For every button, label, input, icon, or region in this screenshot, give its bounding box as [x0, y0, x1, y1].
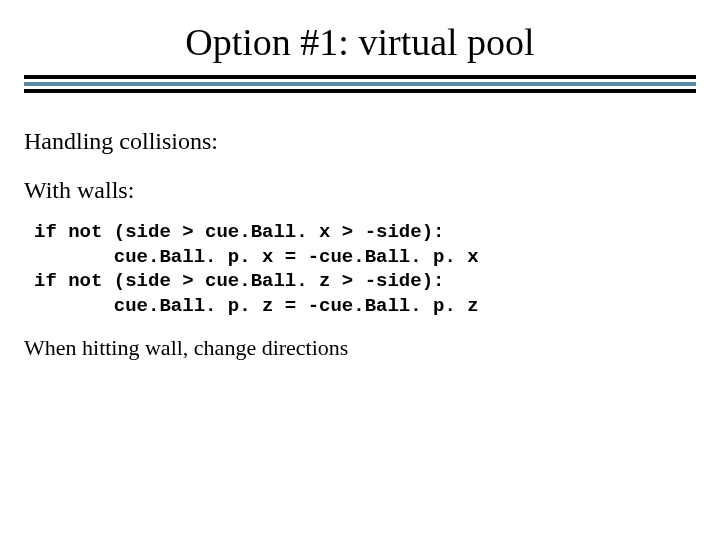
rule-bar: [24, 82, 696, 86]
slide: Option #1: virtual pool Handling collisi…: [0, 0, 720, 540]
code-line: cue.Ball. p. z = -cue.Ball. p. z: [34, 295, 479, 317]
code-line: if not (side > cue.Ball. z > -side):: [34, 270, 444, 292]
code-line: cue.Ball. p. x = -cue.Ball. p. x: [34, 246, 479, 268]
code-block: if not (side > cue.Ball. x > -side): cue…: [34, 220, 696, 319]
note-text: When hitting wall, change directions: [24, 335, 696, 361]
rule-bar: [24, 89, 696, 93]
slide-body: Handling collisions: With walls: if not …: [24, 128, 696, 361]
title-underline: [24, 75, 696, 96]
heading-collisions: Handling collisions:: [24, 128, 696, 155]
heading-walls: With walls:: [24, 177, 696, 204]
slide-title: Option #1: virtual pool: [0, 20, 720, 64]
code-line: if not (side > cue.Ball. x > -side):: [34, 221, 444, 243]
rule-bar: [24, 75, 696, 79]
